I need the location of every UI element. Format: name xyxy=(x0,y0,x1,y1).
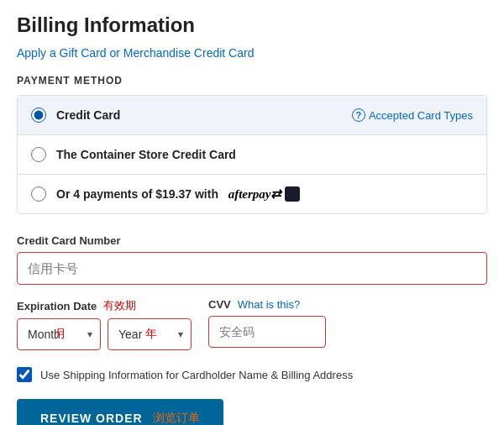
afterpay-logo: afterpay⇄ xyxy=(228,186,301,202)
shipping-checkbox-row: Use Shipping Information for Cardholder … xyxy=(17,367,487,382)
payment-method-label: PAYMENT METHOD xyxy=(17,75,487,87)
question-icon: ? xyxy=(352,108,365,122)
credit-card-form: Credit Card Number Expiration Date 有效期 M… xyxy=(17,234,487,350)
payment-option-store-card[interactable]: The Container Store Credit Card xyxy=(18,135,486,175)
gift-card-link[interactable]: Apply a Gift Card or Merchandise Credit … xyxy=(17,46,254,60)
review-order-button[interactable]: REVIEW ORDER 浏览订单 xyxy=(17,399,223,425)
review-order-label: REVIEW ORDER xyxy=(40,412,143,425)
expiry-section: Expiration Date 有效期 Month 010203 040506 … xyxy=(17,298,192,350)
afterpay-brand-text: afterpay⇄ xyxy=(228,186,282,202)
cvv-section: CVV What is this? xyxy=(208,298,326,348)
payment-option-credit-card[interactable]: Credit Card ? Accepted Card Types xyxy=(18,96,486,135)
store-card-radio[interactable] xyxy=(31,147,46,162)
store-card-label: The Container Store Credit Card xyxy=(56,148,473,161)
shipping-info-checkbox[interactable] xyxy=(17,367,32,382)
payment-option-afterpay[interactable]: Or 4 payments of $19.37 with afterpay⇄ xyxy=(18,175,486,213)
afterpay-label: Or 4 payments of $19.37 with afterpay⇄ xyxy=(56,186,473,202)
afterpay-brand-icon xyxy=(285,186,300,202)
credit-card-label: Credit Card xyxy=(56,108,352,122)
credit-card-number-group: Credit Card Number xyxy=(17,234,487,285)
credit-card-number-input[interactable] xyxy=(17,252,487,285)
credit-card-number-label: Credit Card Number xyxy=(17,234,487,247)
page-title: Billing Information xyxy=(17,13,487,37)
expiration-date-label: Expiration Date xyxy=(17,300,97,312)
credit-card-radio[interactable] xyxy=(31,108,46,123)
shipping-checkbox-label: Use Shipping Information for Cardholder … xyxy=(40,369,353,381)
payment-options-group: Credit Card ? Accepted Card Types The Co… xyxy=(17,95,487,214)
afterpay-prefix: Or 4 payments of $19.37 with xyxy=(56,187,218,201)
expiry-cvv-row: Expiration Date 有效期 Month 010203 040506 … xyxy=(17,298,487,350)
year-select-wrapper: Year 202420252026 202720282029 年 ▾ xyxy=(108,318,192,350)
accepted-card-types-text: Accepted Card Types xyxy=(369,109,473,122)
cvv-label: CVV xyxy=(208,298,231,311)
cvv-input[interactable] xyxy=(208,316,326,348)
year-select[interactable]: Year 202420252026 202720282029 xyxy=(108,318,192,350)
afterpay-radio[interactable] xyxy=(31,186,46,202)
month-select-wrapper: Month 010203 040506 070809 101112 月 ▾ xyxy=(17,318,101,350)
expiry-selects: Month 010203 040506 070809 101112 月 ▾ Ye… xyxy=(17,318,192,350)
what-is-this-link[interactable]: What is this? xyxy=(238,298,300,311)
expiration-date-chinese: 有效期 xyxy=(103,298,136,313)
review-order-chinese: 浏览订单 xyxy=(153,411,200,425)
month-select[interactable]: Month 010203 040506 070809 101112 xyxy=(17,318,101,350)
accepted-card-types-link[interactable]: ? Accepted Card Types xyxy=(352,108,473,122)
